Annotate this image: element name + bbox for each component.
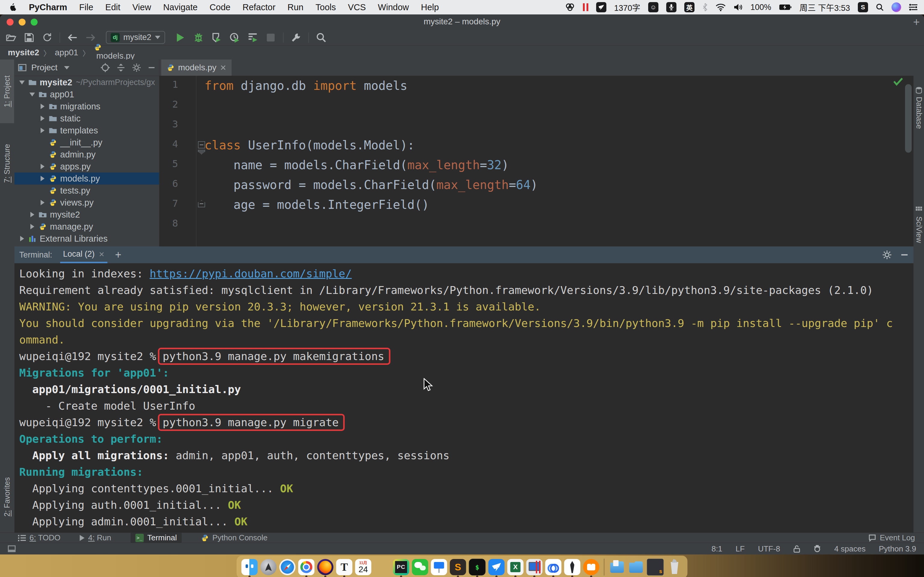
tool-button-python-console[interactable]: Python Console xyxy=(201,533,268,542)
wrench-icon[interactable] xyxy=(290,32,302,43)
menu-file[interactable]: File xyxy=(79,2,93,12)
dock-dingtalk-icon[interactable] xyxy=(488,559,505,575)
code-line[interactable]: from django.db import models xyxy=(205,79,901,98)
inspections-ok-icon[interactable] xyxy=(893,77,903,86)
code-line[interactable]: name = models.CharField(max_length=32) xyxy=(205,158,901,178)
tree-expand-arrow-icon[interactable] xyxy=(17,81,27,84)
terminal-settings-gear-icon[interactable] xyxy=(882,250,892,259)
open-icon[interactable] xyxy=(5,32,17,43)
tree-expand-arrow-icon[interactable] xyxy=(37,104,47,109)
event-log-button[interactable]: Event Log xyxy=(868,533,915,542)
code-line[interactable]: password = models.CharField(max_length=6… xyxy=(205,178,901,198)
fold-marker-end[interactable] xyxy=(198,200,205,207)
bluetooth-icon[interactable] xyxy=(702,3,708,11)
fold-marker-class[interactable] xyxy=(198,141,205,148)
back-icon[interactable] xyxy=(67,32,78,43)
indent-setting[interactable]: 4 spaces xyxy=(834,544,866,554)
tree-expand-arrow-icon[interactable] xyxy=(37,164,47,169)
tab-models-py[interactable]: models.py xyxy=(161,60,232,76)
tree-expand-arrow-icon[interactable] xyxy=(27,224,37,229)
debug-button[interactable] xyxy=(193,32,204,43)
dock-remote-desktop-icon[interactable] xyxy=(527,559,543,575)
dock-typora-icon[interactable]: T xyxy=(336,559,352,575)
file-encoding[interactable]: UTF-8 xyxy=(758,544,780,554)
chevron-down-icon[interactable] xyxy=(64,66,69,69)
code-editor[interactable]: 12345678 from django.db import modelscla… xyxy=(160,76,913,247)
menu-vcs[interactable]: VCS xyxy=(348,2,366,12)
close-terminal-tab-icon[interactable] xyxy=(99,251,104,257)
collapse-all-icon[interactable] xyxy=(116,63,125,72)
dock-iterm-icon[interactable]: $ xyxy=(469,559,486,575)
breadcrumb-item-mysite2[interactable]: mysite2 xyxy=(8,48,39,57)
editor-scrollbar[interactable] xyxy=(905,84,912,153)
new-terminal-icon[interactable]: + xyxy=(115,248,121,261)
toggle-toolwindows-icon[interactable] xyxy=(8,545,16,552)
code-line[interactable]: age = models.IntegerField() xyxy=(205,198,901,218)
breadcrumb-item-app01[interactable]: app01 xyxy=(55,48,78,57)
dock-sublime-text-icon[interactable]: S xyxy=(450,559,466,575)
tree-expand-arrow-icon[interactable] xyxy=(27,212,37,217)
dock-trash-icon[interactable] xyxy=(667,559,683,575)
dock-calendar-icon[interactable]: 11月24 xyxy=(355,559,372,575)
settings-gear-icon[interactable] xyxy=(132,63,141,72)
run-with-configurations-button[interactable] xyxy=(247,32,258,43)
run-coverage-button[interactable] xyxy=(211,32,222,43)
siri-icon[interactable] xyxy=(892,2,901,12)
run-configuration-select[interactable]: dj mysite2 xyxy=(106,31,165,44)
tool-button-favorites[interactable]: 2: Favorites xyxy=(0,462,14,531)
dock-chrome-icon[interactable] xyxy=(298,559,315,575)
dock-cloud-rings-icon[interactable] xyxy=(545,559,562,575)
menu-code[interactable]: Code xyxy=(210,2,230,12)
python-interpreter[interactable]: Python 3.9 xyxy=(879,544,916,554)
tool-button-run[interactable]: 4: Run xyxy=(80,533,111,542)
tree-row-static[interactable]: static xyxy=(15,113,159,124)
dock-keynote-icon[interactable] xyxy=(431,559,447,575)
dingtalk-menu-icon[interactable] xyxy=(596,2,606,12)
dock-firefox-icon[interactable] xyxy=(317,559,334,575)
hector-inspector-icon[interactable] xyxy=(813,545,821,553)
sogou-icon[interactable]: S xyxy=(858,2,868,12)
sync-icon[interactable] xyxy=(42,32,53,43)
menu-run[interactable]: Run xyxy=(288,2,304,12)
code-line[interactable] xyxy=(205,98,901,118)
tree-row-admin-py[interactable]: admin.py xyxy=(15,148,159,161)
tree-expand-arrow-icon[interactable] xyxy=(17,236,27,241)
dock-pen-tool-icon[interactable] xyxy=(564,559,580,575)
dock-documents-folder-icon[interactable] xyxy=(628,559,644,575)
tree-row-manage-py[interactable]: manage.py xyxy=(15,221,159,233)
wifi-icon[interactable] xyxy=(716,3,726,11)
tree-row-migrations[interactable]: migrations xyxy=(15,100,159,113)
menu-tools[interactable]: Tools xyxy=(315,2,336,12)
save-icon[interactable] xyxy=(23,32,35,43)
locate-icon[interactable] xyxy=(101,63,110,72)
menu-refactor[interactable]: Refactor xyxy=(242,2,276,12)
tool-button-todo[interactable]: 6: TODO xyxy=(18,533,60,542)
menu-pycharm[interactable]: PyCharm xyxy=(29,2,67,12)
tree-expand-arrow-icon[interactable] xyxy=(37,200,47,205)
pause-bars-icon[interactable] xyxy=(583,3,588,11)
menu-edit[interactable]: Edit xyxy=(105,2,120,12)
dock-downloads-folder-icon[interactable] xyxy=(609,559,625,575)
dock-excel-icon[interactable]: X xyxy=(507,559,523,575)
tool-button-sciview[interactable]: SciView xyxy=(914,206,924,243)
volume-icon[interactable] xyxy=(733,3,743,11)
readonly-lock-icon[interactable] xyxy=(793,545,800,553)
dock-launchpad-icon[interactable] xyxy=(260,559,277,575)
clock[interactable]: 周三 下午3:53 xyxy=(800,2,850,13)
code-line[interactable] xyxy=(205,218,901,237)
titlebar-plus-icon[interactable]: + xyxy=(913,16,920,29)
input-language-icon[interactable]: 英 xyxy=(684,2,695,12)
tree-row-views-py[interactable]: views.py xyxy=(15,197,159,209)
tool-button-structure[interactable]: 7: Structure xyxy=(0,131,14,197)
tree-expand-arrow-icon[interactable] xyxy=(37,128,47,133)
tool-button-terminal[interactable]: >_ Terminal xyxy=(131,532,182,543)
tree-row-mysite2[interactable]: mysite2~/PycharmProjects/gx xyxy=(15,76,159,89)
caret-position[interactable]: 8:1 xyxy=(711,544,722,554)
menu-help[interactable]: Help xyxy=(421,2,439,12)
tool-button-database[interactable]: Database xyxy=(914,87,924,129)
code-line[interactable]: class UserInfo(models.Model): xyxy=(205,138,901,158)
tree-expand-arrow-icon[interactable] xyxy=(27,93,37,97)
tree-row-mysite2[interactable]: mysite2 xyxy=(15,209,159,221)
dock-safari-icon[interactable] xyxy=(279,559,296,575)
tree-expand-arrow-icon[interactable] xyxy=(37,176,47,181)
